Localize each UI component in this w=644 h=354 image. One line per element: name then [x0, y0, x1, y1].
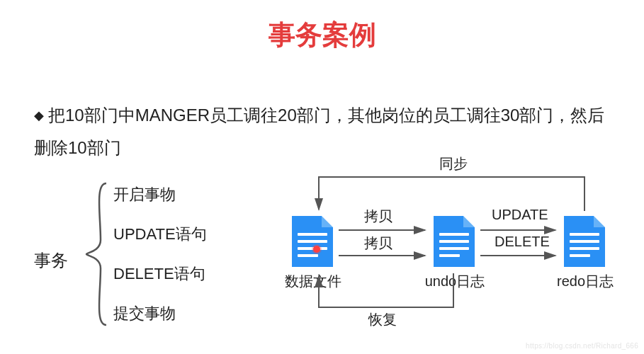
bullet-icon: ◆: [34, 103, 44, 127]
label-sync: 同步: [439, 154, 468, 173]
page-title: 事务案例: [0, 0, 644, 53]
redo-log-icon: [564, 216, 605, 267]
description-text: ◆把10部门中MANGER员工调往20部门，其他岗位的员工调往30部门，然后删除…: [34, 99, 616, 164]
label-update: UPDATE: [492, 207, 548, 223]
step-delete: DELETE语句: [113, 263, 207, 285]
label-delete: DELETE: [495, 234, 550, 250]
arrow-sync: [305, 170, 602, 219]
arrow-update: [480, 227, 558, 234]
undo-log-icon: [434, 216, 475, 267]
brace-icon: [82, 181, 111, 328]
arrow-copy1: [339, 227, 428, 234]
arrow-copy2: [339, 252, 428, 259]
watermark: https://blog.csdn.net/Richard_666: [526, 342, 638, 350]
transaction-steps: 开启事物 UPDATE语句 DELETE语句 提交事物: [113, 184, 207, 343]
step-begin: 开启事物: [113, 184, 207, 205]
step-commit: 提交事物: [113, 303, 207, 324]
description-content: 把10部门中MANGER员工调往20部门，其他岗位的员工调往30部门，然后删除1…: [34, 105, 604, 157]
transaction-label: 事务: [34, 249, 68, 272]
data-file-icon: [292, 216, 333, 267]
label-copy2: 拷贝: [364, 234, 392, 253]
label-copy1: 拷贝: [364, 207, 392, 226]
label-restore: 恢复: [368, 310, 397, 329]
arrow-delete: [480, 252, 558, 259]
step-update: UPDATE语句: [113, 224, 207, 245]
redo-log-label: redo日志: [553, 272, 618, 291]
